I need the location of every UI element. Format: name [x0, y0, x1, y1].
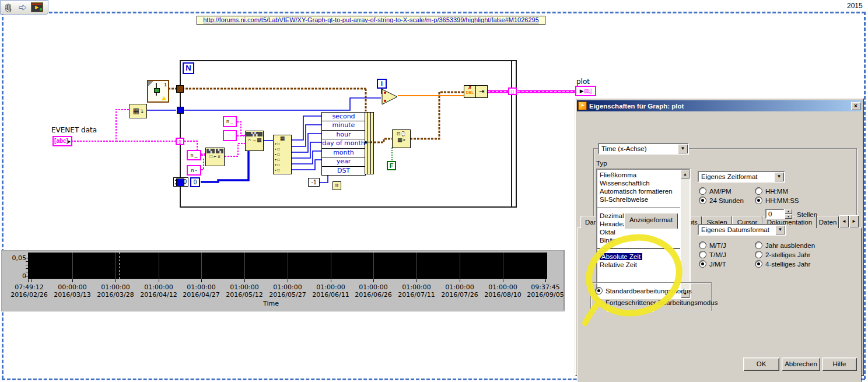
string-constant-3[interactable]: n _ [187, 150, 201, 160]
bang-constant[interactable]: !! [332, 181, 341, 190]
tab-anzeigeformat[interactable]: Anzeigeformat [624, 213, 678, 229]
forward-arrow-icon[interactable] [16, 2, 29, 13]
radio-2-stelliges-jahr[interactable]: 2-stelliges Jahr [755, 251, 810, 258]
subvi-icon[interactable]: 1 [147, 80, 169, 103]
convert-bundle-node[interactable]: ✗DBL ⇥ [464, 85, 488, 98]
x-tick-mark [201, 279, 202, 282]
string-constant-2[interactable] [223, 130, 237, 141]
selected-item-text: Absolute Zeit [600, 253, 642, 260]
string-to-array-node[interactable]: ▚▚ ⁙→▦ [245, 131, 264, 151]
radio-hh-mm-ss[interactable]: HH:MM:SS [755, 197, 799, 204]
type-item-selected[interactable]: Absolute Zeit [597, 253, 680, 261]
neg-one-constant[interactable]: -1 [308, 178, 320, 187]
x-tick: 01:00:002016/05/27 [263, 283, 312, 299]
cancel-button[interactable]: Abbrechen [782, 358, 820, 371]
tab-scroll-left-icon[interactable]: ◄ [839, 215, 849, 227]
type-listbox[interactable]: Fließkomma Wissenschaftlich Automatisch … [596, 169, 691, 299]
combo-dropdown-icon[interactable]: ▼ [774, 172, 784, 181]
string-constant-1[interactable]: n _ [223, 116, 237, 127]
arrow-glyph: ▦> [393, 137, 410, 143]
dialog-titlebar[interactable]: ➤ Eigenschaften für Graph: plot × [577, 100, 862, 111]
datetime-to-seconds-node[interactable]: ⊡⌚ ▦> [392, 129, 411, 148]
digits-value[interactable]: 0 [765, 209, 785, 219]
time-format-combo[interactable]: Eigenes Zeitformat▼ [698, 171, 785, 183]
xy-graph-terminal[interactable]: ▶▤:] [575, 86, 596, 96]
scale-combo[interactable]: Time (x-Achse)▼ [598, 143, 689, 155]
match-pattern-glyphs: □ ⌐ # [206, 154, 224, 159]
scroll-up-icon[interactable]: ▲ [681, 170, 690, 178]
cluster-field-list[interactable]: second minute hour day of month month ye… [321, 112, 366, 176]
cursor-line[interactable] [119, 253, 120, 279]
tunnel-int-bottom[interactable] [176, 178, 184, 187]
forum-url-label[interactable]: http://forums.ni.com/t5/LabVIEW/XY-Graph… [197, 16, 545, 25]
tab-scroll-right-icon[interactable]: ► [849, 215, 859, 227]
string-control-glyph: abc [56, 138, 66, 144]
radio-24-stunden[interactable]: 24 Stunden [699, 197, 744, 204]
date-format-combo[interactable]: Eigenes Datumsformat▼ [698, 224, 786, 236]
diagram-view-icon[interactable]: ▶ [30, 2, 43, 13]
ok-button[interactable]: OK [743, 358, 779, 371]
y-tick-mark [26, 272, 28, 272]
toolbar: ▶ [0, 0, 48, 15]
x-tick: 01:00:002016/05/12 [220, 283, 269, 299]
y-tick-mark [26, 261, 28, 262]
loop-count-terminal[interactable]: N [183, 62, 194, 74]
x-tick: 00:00:002016/03/13 [48, 283, 97, 299]
type-item[interactable]: Oktal [597, 228, 680, 236]
x-tick: 01:00:002016/08/10 [478, 283, 527, 299]
warning-triangle-icon [162, 96, 166, 100]
plot-terminal-label: plot [576, 78, 590, 86]
array-size-node[interactable]: ▦↴ [130, 104, 147, 118]
list-separator [597, 204, 680, 212]
clock-icon: ⊡⌚ [393, 131, 410, 137]
plot-area[interactable] [28, 253, 547, 279]
graph-properties-dialog: ➤ Eigenschaften für Graph: plot × Darste… [575, 98, 864, 376]
radio-j-m-t[interactable]: J/M/T [699, 260, 726, 268]
tunnel-string-array[interactable]: [] [176, 138, 184, 145]
gridline [460, 253, 460, 279]
gridline [159, 253, 159, 279]
labview-icon: ➤ [578, 101, 587, 110]
x-tick-mark [373, 279, 374, 282]
false-constant[interactable]: F [387, 161, 396, 170]
digits-label: Stellen [797, 211, 817, 218]
gridline [288, 253, 288, 279]
type-item[interactable]: Binär [597, 236, 680, 244]
type-item[interactable]: Automatisch formatieren [597, 187, 680, 195]
type-item[interactable]: Fließkomma [597, 171, 680, 179]
x-tick: 09:37:452016/09/05 [521, 283, 570, 299]
close-button[interactable]: × [851, 102, 860, 110]
radio-m-t-j[interactable]: M/T/J [699, 241, 726, 249]
node-header: ▚▚ [246, 132, 262, 136]
radio-jahr-ausblenden[interactable]: Jahr ausblenden [755, 241, 815, 249]
combo-dropdown-icon[interactable]: ▼ [678, 144, 688, 153]
iteration-terminal[interactable]: i [377, 79, 387, 89]
gridline [416, 253, 417, 279]
digits-spinner[interactable]: 0 ▲▼ [765, 209, 792, 219]
string-control[interactable]: [abc]▸ [52, 136, 72, 146]
tab-daten[interactable]: Daten [817, 216, 839, 228]
spin-down-icon[interactable]: ▼ [785, 214, 792, 219]
hand-tool-icon[interactable] [2, 2, 15, 13]
help-button[interactable]: Hilfe [822, 358, 857, 371]
combo-dropdown-icon[interactable]: ▼ [775, 225, 785, 234]
string-constant-4[interactable]: n - [187, 165, 201, 176]
radio-t-m-j[interactable]: T/M/J [699, 251, 726, 258]
tunnel-plot-out[interactable]: [] [508, 87, 517, 95]
radio-4-stelliges-jahr[interactable]: 4-stelliges Jahr [755, 260, 810, 268]
type-item[interactable]: Wissenschaftlich [597, 179, 680, 187]
radio-am-pm[interactable]: AM/PM [699, 187, 732, 195]
zero-constant-blue[interactable]: 0 [190, 177, 200, 187]
tunnel-cluster[interactable] [176, 85, 184, 93]
array-arrow-icon: ↴ [139, 108, 144, 114]
spin-up-icon[interactable]: ▲ [785, 209, 792, 214]
listbox-scrollbar[interactable]: ▲ ▼ [681, 170, 690, 298]
tunnel-int[interactable] [177, 107, 184, 114]
match-pattern-node[interactable]: ▚▚ □ ⌐ # [205, 148, 225, 166]
type-item[interactable]: Relative Zeit [597, 261, 680, 269]
radio-fortgeschrittener-modus[interactable]: Fortgeschrittener Bearbeitungsmodus [595, 299, 718, 306]
radio-hh-mm[interactable]: HH:MM [755, 187, 788, 195]
radio-standardbearbeitungsmodus[interactable]: Standardbearbeitungsmodus [595, 287, 692, 295]
type-item[interactable]: SI-Schreibweise [597, 195, 680, 204]
index-array-node[interactable]: ▦ ▪·□▪·□▪·□▪·□▪·□▪·□ [273, 135, 292, 174]
